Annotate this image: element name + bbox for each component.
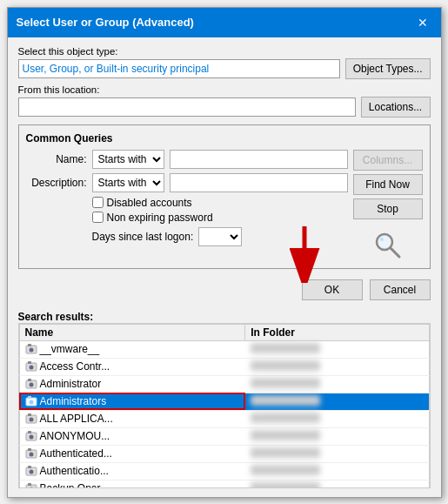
col-name-header: Name (19, 324, 245, 340)
name-query-row: Name: Starts with Is exactly (26, 150, 348, 169)
description-query-row: Description: Starts with Is exactly (26, 173, 348, 192)
results-table: Name In Folder __vmware__ Access Contr..… (19, 324, 430, 488)
search-results-label: Search results: (18, 311, 431, 323)
dialog: Select User or Group (Advanced) ✕ Select… (7, 7, 442, 498)
disabled-accounts-checkbox[interactable] (92, 197, 104, 208)
col-folder-header: In Folder (245, 324, 429, 340)
dialog-title: Select User or Group (Advanced) (17, 16, 194, 29)
ok-button[interactable]: OK (302, 279, 363, 300)
ok-cancel-container: OK Cancel (18, 274, 431, 304)
name-query-input[interactable] (170, 150, 348, 169)
search-results-scroll[interactable]: Name In Folder __vmware__ Access Contr..… (18, 323, 431, 488)
svg-rect-27 (28, 466, 31, 468)
object-types-button[interactable]: Object Types... (345, 58, 431, 79)
common-queries-title: Common Queries (26, 132, 423, 144)
search-icon (372, 230, 404, 261)
search-icon-container (353, 230, 423, 261)
svg-rect-15 (28, 396, 31, 399)
table-row[interactable]: Backup Oper... (19, 480, 429, 488)
cancel-button[interactable]: Cancel (370, 279, 431, 300)
svg-point-13 (29, 383, 33, 387)
location-input[interactable] (18, 97, 356, 117)
svg-rect-9 (28, 361, 31, 364)
svg-point-19 (29, 418, 33, 422)
days-select[interactable] (198, 227, 242, 246)
dialog-body: Select this object type: Object Types...… (8, 37, 441, 497)
location-section: From this location: Locations... (18, 84, 431, 118)
svg-point-28 (29, 470, 33, 474)
non-expiring-checkbox[interactable] (92, 212, 104, 223)
name-query-label: Name: (26, 153, 87, 165)
svg-point-22 (29, 435, 33, 440)
non-expiring-row: Non expiring password (26, 212, 348, 224)
name-starts-with-select[interactable]: Starts with Is exactly (92, 150, 164, 169)
svg-point-31 (29, 487, 33, 488)
title-bar: Select User or Group (Advanced) ✕ (8, 8, 441, 37)
close-button[interactable]: ✕ (413, 13, 432, 32)
columns-button[interactable]: Columns... (353, 150, 423, 171)
queries-inner: Name: Starts with Is exactly Description… (26, 150, 348, 261)
days-label: Days since last logon: (92, 231, 194, 243)
queries-and-buttons: Name: Starts with Is exactly Description… (26, 150, 423, 261)
svg-line-2 (391, 248, 399, 257)
location-label: From this location: (18, 84, 431, 95)
table-row[interactable]: Authenticated... (19, 445, 429, 462)
object-type-input[interactable] (18, 59, 340, 78)
svg-rect-21 (28, 431, 31, 433)
svg-rect-30 (28, 483, 31, 486)
object-type-label: Select this object type: (18, 46, 431, 57)
svg-rect-24 (28, 448, 31, 451)
table-row[interactable]: ANONYMOU... (19, 427, 429, 445)
object-type-section: Select this object type: Object Types... (18, 46, 431, 79)
table-row[interactable]: ALL APPLICA... (19, 410, 429, 427)
non-expiring-label: Non expiring password (107, 212, 213, 224)
disabled-accounts-row: Disabled accounts (26, 197, 348, 209)
ok-cancel-row: OK Cancel (18, 274, 431, 304)
table-row[interactable]: Authenticatio... (19, 462, 429, 480)
svg-point-3 (380, 238, 384, 241)
object-type-row: Object Types... (18, 58, 431, 79)
locations-button[interactable]: Locations... (361, 97, 431, 118)
location-row: Locations... (18, 97, 431, 118)
table-row[interactable]: Administrators (19, 393, 429, 410)
table-row[interactable]: __vmware__ (19, 340, 429, 358)
table-row[interactable]: Administrator (19, 375, 429, 393)
svg-point-10 (29, 366, 33, 370)
desc-query-input[interactable] (170, 173, 348, 192)
days-row: Days since last logon: (26, 227, 348, 246)
svg-point-25 (29, 453, 33, 457)
desc-starts-with-select[interactable]: Starts with Is exactly (92, 173, 164, 192)
right-buttons: Columns... Find Now Stop (353, 150, 423, 261)
svg-rect-18 (28, 413, 31, 416)
stop-button[interactable]: Stop (353, 198, 423, 219)
desc-query-label: Description: (26, 177, 87, 189)
svg-rect-6 (28, 344, 31, 346)
find-now-button[interactable]: Find Now (353, 174, 423, 195)
svg-rect-12 (28, 379, 31, 381)
svg-point-16 (29, 400, 33, 405)
svg-point-7 (29, 348, 33, 353)
disabled-accounts-label: Disabled accounts (107, 197, 192, 209)
search-results-section: Search results: Name In Folder __vmware_… (18, 309, 431, 488)
common-queries-section: Common Queries Name: Starts with Is exac… (18, 124, 431, 269)
table-row[interactable]: Access Contr... (19, 358, 429, 375)
